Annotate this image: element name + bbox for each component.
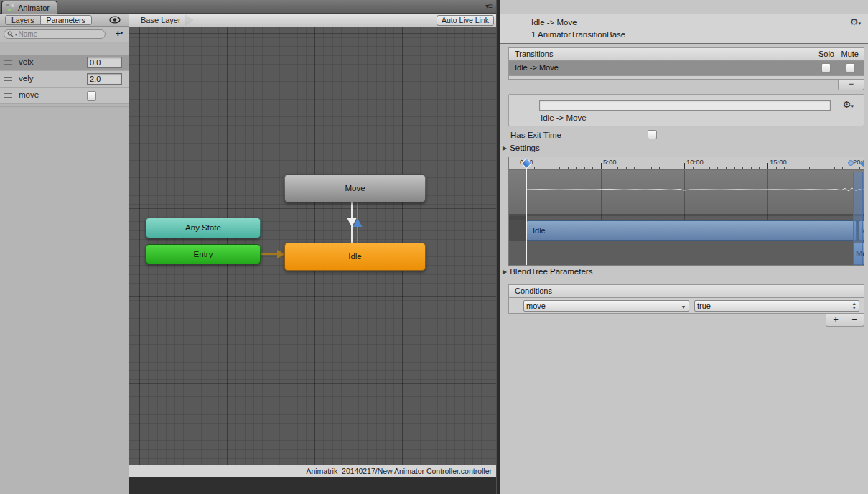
add-parameter-button[interactable]: +▾ [115,29,123,38]
animator-window-icon [6,4,15,12]
drag-handle-icon[interactable] [4,93,12,98]
ruler-time-label: 15:00 [770,158,787,166]
transitions-header-label: Transitions [515,50,553,58]
transition-end-marker-icon[interactable] [859,160,864,167]
condition-row: move ▼ true ▲▼ [508,298,864,314]
condition-value-dropdown[interactable]: true ▲▼ [694,300,859,312]
ruler-minor-ticks [518,167,864,169]
conditions-header: Conditions [508,284,864,298]
ruler-major-tick [767,163,768,169]
parameters-toolbar: Layers Parameters [0,14,129,27]
transition-name-block: ⚙▾ Idle -> Move [508,94,864,126]
drag-handle-icon[interactable] [513,304,521,307]
transition-row-selected[interactable]: Idle -> Move [508,61,864,76]
blendtree-label: BlendTree Parameters [510,267,592,276]
parameter-name: velx [19,57,33,66]
ruler-time-label: 10:00 [686,158,704,166]
transitions-list-footer [508,76,864,80]
condition-parameter-value: move [526,302,546,310]
parameter-row-vely[interactable]: vely 2.0 [0,71,129,88]
solo-checkbox[interactable] [821,63,831,73]
search-filter-chevron-icon: ▾ [15,32,17,37]
animator-tabbar: Animator ▾≡ [0,0,496,14]
chevron-down-icon: ▼ [681,304,686,309]
parameter-bool-checkbox[interactable] [87,91,96,101]
tab-parameters[interactable]: Parameters [41,16,91,24]
has-exit-time-row: Has Exit Time [510,131,561,139]
timeline-ruler[interactable]: 0:00 5:00 10:00 15:00 20:00 [509,157,864,170]
timeline-content[interactable]: Idle Idle Move [509,170,864,266]
transition-gear-icon[interactable]: ⚙▾ [843,100,854,111]
settings-foldout[interactable]: ▶Settings [503,144,540,152]
auto-live-link-button[interactable]: Auto Live Link [437,15,494,26]
layers-parameters-switch: Layers Parameters [5,15,92,25]
idle-clip-bar[interactable]: Idle [526,220,857,241]
updown-arrows-icon: ▲▼ [852,302,857,310]
condition-list-buttons: + − [826,314,864,327]
ruler-major-tick [684,163,685,169]
condition-value: true [697,302,711,310]
parameter-search[interactable]: ▾ [4,29,106,39]
transitions-section: Transitions Solo Mute Idle -> Move − [508,47,864,80]
gear-icon[interactable]: ⚙▾ [850,17,861,28]
search-icon [7,31,14,37]
parameters-panel: Layers Parameters ▾ +▾ velx 0.0 vely 2.0 [0,14,129,494]
breadcrumb[interactable]: Base Layer [129,14,187,27]
state-node-idle[interactable]: Idle [284,243,426,271]
remove-condition-button[interactable]: − [845,314,864,326]
eye-icon[interactable] [109,16,121,25]
parameter-search-row: ▾ +▾ [0,27,129,42]
has-exit-time-checkbox[interactable] [648,130,657,139]
parameter-row-velx[interactable]: velx 0.0 [0,55,129,71]
condition-parameter-dropdown[interactable]: move ▼ [523,300,689,312]
ruler-time-label: 5:00 [603,158,617,166]
motion-curve-waveform [509,170,864,216]
ruler-major-tick [601,163,602,169]
tab-layers[interactable]: Layers [6,16,41,24]
solo-column-label: Solo [818,48,834,60]
foldout-triangle-icon: ▶ [503,145,507,152]
inspector-header: Idle -> Move 1 AnimatorTransitionBase ⚙▾ [500,14,868,44]
layer-breadcrumb-bar: Base Layer Auto Live Link [129,14,496,27]
breadcrumb-chevron-icon [185,14,194,26]
state-node-entry[interactable]: Entry [146,244,261,264]
parameter-value-field[interactable]: 2.0 [87,73,122,85]
graph-bottom-edge [129,477,496,494]
settings-label: Settings [510,144,540,152]
animator-graph-panel: Base Layer Auto Live Link Move Any State… [129,14,496,494]
mute-checkbox[interactable] [846,63,855,73]
tab-animator-label: Animator [18,4,50,12]
drag-handle-icon[interactable] [4,77,12,81]
has-exit-time-label: Has Exit Time [510,131,561,139]
transition-name-field[interactable] [539,100,831,111]
drag-handle-icon[interactable] [4,60,12,65]
add-condition-button[interactable]: + [826,314,845,326]
timeline-idle-track: Idle Idle [509,220,864,241]
transition-subtitle: 1 AnimatorTransitionBase [531,30,625,39]
timeline-move-track: Move [509,241,864,266]
parameter-value-field[interactable]: 0.0 [87,57,122,68]
state-node-any-state[interactable]: Any State [146,218,261,238]
inspector-panel: Idle -> Move 1 AnimatorTransitionBase ⚙▾… [500,0,868,494]
search-input[interactable] [19,30,90,38]
state-node-move[interactable]: Move [284,174,426,202]
state-machine-canvas[interactable]: Move Any State Entry Idle [129,27,496,478]
ruler-major-tick [518,163,518,169]
conditions-section: Conditions move ▼ true ▲▼ + − [508,284,864,314]
parameter-name: move [19,90,39,99]
transition-title: Idle -> Move [531,18,577,27]
tab-animator[interactable]: Animator [1,1,57,14]
remove-transition-button[interactable]: − [838,80,864,90]
transition-start-marker-icon[interactable] [848,160,854,166]
transition-row-label: Idle -> Move [515,63,559,72]
animator-panel-menu-icon[interactable]: ▾≡ [485,2,492,10]
blendtree-parameters-foldout[interactable]: ▶BlendTree Parameters [503,267,592,276]
mute-column-label: Mute [841,48,859,60]
parameter-row-move[interactable]: move [0,88,129,104]
transition-selection-band[interactable] [853,172,863,266]
parameter-list-end [0,104,129,106]
timeline-playhead[interactable] [526,159,527,266]
foldout-triangle-icon: ▶ [503,269,507,275]
transition-timeline[interactable]: Idle Idle Move 0:00 5:00 10:00 15:00 [508,157,864,266]
transition-name-label: Idle -> Move [541,113,587,122]
